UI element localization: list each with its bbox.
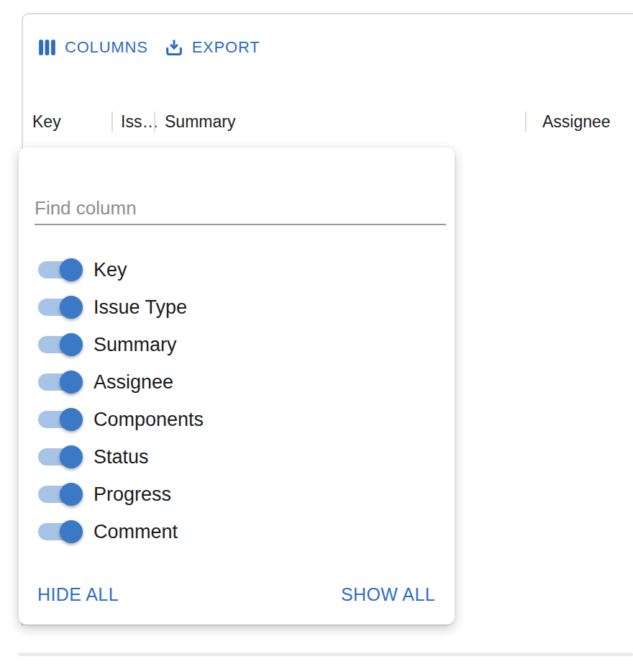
columns-picker-panel: Key Issue Type Summary Assignee Componen… (19, 147, 455, 625)
columns-button-label: COLUMNS (65, 38, 148, 57)
column-header-key[interactable]: Key (32, 112, 61, 132)
toggle-switch[interactable] (38, 486, 77, 503)
toggle-switch[interactable] (38, 448, 77, 466)
toggle-switch[interactable] (38, 261, 77, 278)
columns-button[interactable]: COLUMNS (37, 38, 148, 57)
column-divider[interactable] (525, 112, 527, 132)
toggle-knob (60, 445, 83, 468)
find-column-input[interactable] (35, 192, 446, 225)
column-divider[interactable] (154, 112, 155, 132)
toggle-switch[interactable] (38, 411, 77, 428)
column-toggle-progress: Progress (19, 476, 455, 513)
toggle-switch[interactable] (38, 373, 77, 391)
column-toggle-assignee: Assignee (19, 363, 455, 401)
toggle-knob (60, 258, 83, 281)
table-toolbar: COLUMNS EXPORT (37, 36, 260, 59)
export-button[interactable]: EXPORT (164, 37, 260, 58)
columns-icon (37, 38, 57, 57)
column-header-summary[interactable]: Summary (165, 112, 235, 132)
toggle-label: Status (94, 438, 149, 476)
column-toggle-comment: Comment (19, 513, 455, 550)
column-toggle-issue-type: Issue Type (19, 289, 455, 326)
toggle-label: Comment (94, 513, 178, 550)
toggle-label: Issue Type (94, 289, 187, 326)
toggle-knob (60, 408, 83, 431)
toggle-switch[interactable] (38, 523, 77, 540)
column-toggle-key: Key (19, 251, 455, 289)
column-header-issuetype[interactable]: Iss… (121, 112, 158, 132)
horizontal-scrollbar[interactable] (18, 653, 633, 656)
toggle-knob (60, 371, 83, 394)
toggle-label: Progress (94, 476, 171, 513)
toggle-switch[interactable] (38, 299, 77, 316)
column-toggle-summary: Summary (19, 326, 455, 363)
column-toggle-list: Key Issue Type Summary Assignee Componen… (19, 251, 455, 550)
column-header-assignee[interactable]: Assignee (542, 112, 611, 132)
column-toggle-components: Components (19, 401, 455, 438)
toggle-label: Assignee (94, 363, 173, 401)
hide-all-button[interactable]: HIDE ALL (37, 584, 119, 605)
column-divider[interactable] (111, 112, 113, 132)
show-all-button[interactable]: SHOW ALL (341, 584, 435, 605)
toggle-switch[interactable] (38, 336, 77, 353)
toggle-label: Key (94, 251, 127, 289)
toggle-label: Summary (94, 326, 177, 363)
toggle-knob (60, 296, 83, 319)
toggle-knob (60, 520, 83, 543)
toggle-knob (60, 333, 83, 356)
download-icon (164, 37, 184, 58)
export-button-label: EXPORT (192, 38, 260, 57)
column-toggle-status: Status (19, 438, 455, 476)
toggle-label: Components (94, 401, 204, 438)
toggle-knob (60, 483, 83, 506)
